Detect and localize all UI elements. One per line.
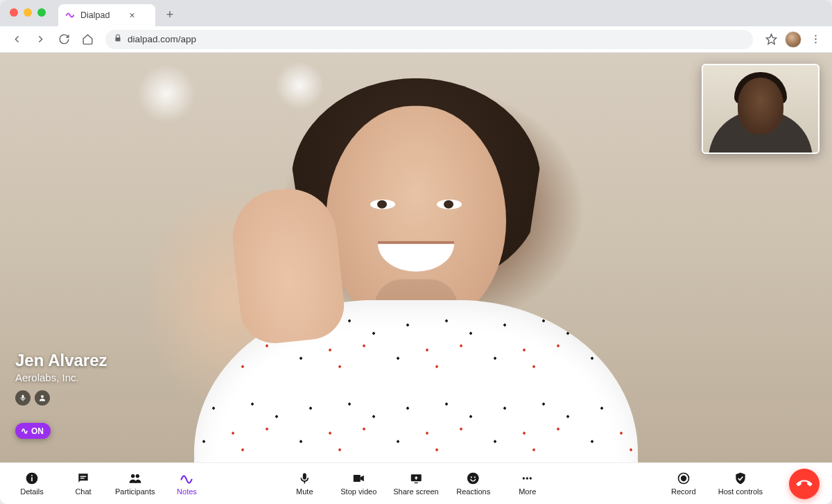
notes-wave-icon (180, 471, 193, 485)
host-controls-label: Host controls (718, 487, 763, 496)
svg-rect-8 (80, 476, 86, 477)
shield-check-icon (734, 471, 747, 485)
new-tab-button[interactable]: + (161, 6, 179, 24)
window-controls (10, 8, 46, 17)
home-button[interactable] (78, 30, 97, 49)
chat-button[interactable]: Chat (64, 471, 103, 496)
participant-name: Jen Alvarez (15, 351, 107, 370)
svg-point-4 (41, 395, 44, 398)
reload-button[interactable] (54, 30, 73, 49)
notes-button[interactable]: Notes (167, 471, 206, 496)
share-screen-button[interactable]: Share screen (393, 471, 438, 496)
svg-point-3 (815, 42, 816, 43)
minimize-window-button[interactable] (24, 8, 32, 17)
mute-button[interactable]: Mute (285, 471, 324, 496)
url-text: dialpad.com/app (128, 34, 196, 44)
back-button[interactable] (7, 30, 26, 49)
reactions-label: Reactions (456, 487, 490, 496)
svg-point-16 (471, 476, 472, 478)
svg-point-19 (526, 477, 528, 479)
ai-badge-label: ON (31, 426, 44, 436)
ai-wave-icon: ∿ (21, 426, 28, 436)
svg-point-18 (523, 477, 525, 479)
svg-point-15 (467, 473, 479, 485)
host-controls-button[interactable]: Host controls (718, 469, 763, 499)
dialpad-favicon-icon (65, 10, 75, 20)
browser-tab-strip: Dialpad × + (0, 0, 832, 26)
participant-company: Aerolabs, Inc. (15, 372, 107, 383)
svg-point-1 (815, 35, 816, 36)
share-screen-label: Share screen (393, 487, 438, 496)
participants-label: Participants (115, 487, 155, 496)
svg-rect-7 (31, 475, 33, 476)
phone-icon (793, 473, 815, 494)
end-call-button[interactable] (789, 469, 820, 499)
bookmark-star-icon[interactable] (761, 30, 781, 49)
participants-icon (128, 471, 142, 485)
svg-point-10 (131, 474, 135, 478)
video-call-area: Jen Alvarez Aerolabs, Inc. ∿ ON (0, 53, 832, 462)
lock-icon (114, 34, 122, 44)
address-bar[interactable]: dialpad.com/app (105, 30, 753, 49)
mute-label: Mute (296, 487, 313, 496)
details-button[interactable]: Details (12, 471, 51, 496)
stop-video-button[interactable]: Stop video (339, 471, 378, 496)
svg-marker-0 (766, 34, 776, 44)
details-label: Details (20, 487, 44, 496)
close-tab-icon[interactable]: × (129, 10, 135, 21)
main-participant-figure (180, 78, 652, 462)
ai-on-badge[interactable]: ∿ ON (15, 423, 51, 439)
more-icon (521, 471, 535, 485)
share-screen-icon (409, 471, 423, 485)
video-icon (352, 471, 365, 485)
smiley-icon (467, 471, 480, 485)
chat-label: Chat (75, 487, 91, 496)
person-status-icon (35, 390, 50, 406)
more-button[interactable]: More (508, 471, 547, 496)
record-label: Record (671, 487, 695, 496)
browser-menu-icon[interactable] (806, 30, 825, 49)
info-icon (25, 471, 39, 485)
browser-toolbar: dialpad.com/app (0, 26, 832, 53)
svg-point-22 (681, 476, 686, 481)
svg-point-20 (530, 477, 532, 479)
participants-button[interactable]: Participants (115, 471, 155, 496)
record-button[interactable]: Record (664, 469, 703, 499)
chat-icon (76, 471, 90, 485)
browser-tab[interactable]: Dialpad × (58, 4, 155, 26)
forward-button[interactable] (31, 30, 50, 49)
more-label: More (519, 487, 536, 496)
microphone-icon (297, 471, 311, 485)
svg-point-11 (135, 474, 139, 478)
maximize-window-button[interactable] (37, 8, 46, 17)
call-toolbar: Details Chat Participants Notes Mute (0, 462, 832, 504)
close-window-button[interactable] (10, 8, 18, 17)
svg-rect-14 (415, 483, 418, 483)
stop-video-label: Stop video (340, 487, 376, 496)
browser-window: Dialpad × + dialpad.com/app (0, 0, 832, 504)
participant-info-overlay: Jen Alvarez Aerolabs, Inc. (15, 351, 107, 406)
svg-rect-9 (80, 478, 85, 478)
reactions-button[interactable]: Reactions (454, 471, 493, 496)
profile-avatar[interactable] (785, 31, 801, 48)
tab-title: Dialpad (80, 10, 110, 20)
record-icon (677, 471, 691, 485)
svg-point-17 (474, 476, 476, 478)
mic-status-icon (15, 390, 31, 406)
svg-rect-6 (31, 477, 33, 481)
svg-point-2 (815, 38, 816, 40)
notes-label: Notes (177, 487, 197, 496)
self-view-pip[interactable] (702, 64, 820, 154)
